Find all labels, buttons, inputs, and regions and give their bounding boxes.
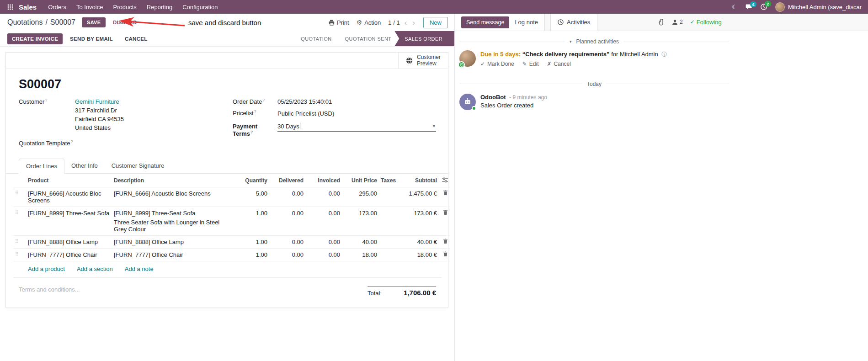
user-avatar [775, 2, 785, 12]
log-note-button[interactable]: Log note [515, 19, 538, 26]
apps-menu-button[interactable] [5, 4, 16, 10]
cell-quantity[interactable]: 5.00 [234, 187, 269, 207]
top-navbar: Sales Orders To Invoice Products Reporti… [0, 0, 868, 14]
cell-unit-price[interactable]: 173.00 [342, 207, 379, 235]
breadcrumb-separator: / [45, 18, 47, 27]
delete-line-button[interactable] [443, 239, 448, 244]
dark-mode-icon[interactable]: ☾ [732, 4, 737, 11]
discard-button[interactable]: DISCARD [109, 17, 140, 27]
send-message-button[interactable]: Send message [461, 16, 509, 28]
cell-product[interactable]: [FURN_6666] Acoustic Bloc Screens [26, 187, 112, 207]
send-by-email-button[interactable]: SEND BY EMAIL [65, 33, 117, 44]
cell-product[interactable]: [FURN_8999] Three-Seat Sofa [26, 207, 112, 235]
cell-description[interactable]: [FURN_7777] Office Chair [112, 248, 234, 261]
new-button[interactable]: New [423, 17, 448, 28]
cell-quantity[interactable]: 1.00 [234, 207, 269, 235]
status-step-sales-order[interactable]: SALES ORDER [394, 31, 454, 46]
attachments-button[interactable] [659, 19, 665, 26]
menu-configuration[interactable]: Configuration [177, 1, 223, 13]
tab-customer-signature[interactable]: Customer Signature [105, 159, 171, 174]
cell-unit-price[interactable]: 18.00 [342, 248, 379, 261]
customer-preview-button[interactable]: Customer Preview [398, 53, 448, 69]
pager-next-icon[interactable]: › [411, 19, 416, 27]
cell-description[interactable]: [FURN_8999] Three-Seat Sofa Three Seater… [112, 207, 234, 235]
pricelist-field[interactable]: Public Pricelist (USD) [277, 110, 334, 117]
terms-and-conditions-field[interactable]: Terms and conditions... [19, 286, 80, 293]
cell-quantity[interactable]: 1.00 [234, 235, 269, 248]
customer-label: Customer? [19, 98, 75, 105]
edit-activity-button[interactable]: ✎Edit [522, 61, 539, 67]
status-step-quotation[interactable]: QUOTATION [291, 31, 339, 46]
payment-terms-input[interactable]: 30 Days ▼ [277, 123, 436, 132]
drag-handle-icon[interactable]: ⠿ [13, 207, 26, 235]
menu-products[interactable]: Products [108, 1, 141, 13]
cell-description[interactable]: [FURN_8888] Office Lamp [112, 235, 234, 248]
add-a-product-link[interactable]: Add a product [28, 265, 65, 272]
customer-link[interactable]: Gemini Furniture [75, 98, 124, 105]
activity-clock-badge-icon [458, 61, 465, 68]
breadcrumb-quotations[interactable]: Quotations [7, 18, 43, 27]
activity-actions: ✓Mark Done ✎Edit ✗Cancel [480, 61, 667, 67]
tab-other-info[interactable]: Other Info [64, 159, 105, 174]
cell-taxes[interactable] [379, 235, 399, 248]
messages-button[interactable]: 4 [746, 4, 752, 10]
delete-line-button[interactable] [443, 190, 448, 196]
tab-order-lines[interactable]: Order Lines [19, 159, 64, 174]
following-button[interactable]: ✓ Following [690, 19, 722, 26]
app-root: Sales Orders To Invoice Products Reporti… [0, 0, 868, 361]
cell-subtotal: 1,475.00 € [399, 187, 439, 207]
pager-previous-icon[interactable]: ‹ [404, 19, 408, 27]
cell-delivered: 0.00 [269, 207, 305, 235]
activities-button[interactable]: 2 [761, 4, 767, 10]
save-button[interactable]: SAVE [82, 17, 106, 27]
activities-tab[interactable]: Activities [550, 14, 597, 31]
field-group-right: Order Date? 05/25/2023 15:40:01 Pricelis… [233, 98, 436, 151]
activity-summary: “Check delivery requirements” [522, 51, 610, 58]
cell-description[interactable]: [FURN_6666] Acoustic Bloc Screens [112, 187, 234, 207]
planned-activities-header[interactable]: ▾ Planned activities [459, 38, 729, 45]
print-button[interactable]: Print [329, 19, 349, 26]
optional-columns-button[interactable] [439, 174, 450, 187]
cell-product[interactable]: [FURN_8888] Office Lamp [26, 235, 112, 248]
col-product: Product [26, 174, 112, 187]
followers-button[interactable]: 2 [672, 19, 683, 25]
record-title: S00007 [19, 77, 448, 91]
statusbar: CREATE INVOICE SEND BY EMAIL CANCEL QUOT… [0, 31, 454, 47]
cell-subtotal: 18.00 € [399, 248, 439, 261]
action-button[interactable]: ⚙ Action [357, 19, 381, 26]
cell-quantity[interactable]: 1.00 [234, 248, 269, 261]
cell-unit-price[interactable]: 40.00 [342, 235, 379, 248]
cell-taxes[interactable] [379, 248, 399, 261]
total-box: Total: 1,706.00 € [367, 286, 436, 297]
add-a-note-link[interactable]: Add a note [125, 265, 154, 272]
cell-unit-price[interactable]: 295.00 [342, 187, 379, 207]
menu-reporting[interactable]: Reporting [142, 1, 177, 13]
cancel-activity-button[interactable]: ✗Cancel [547, 61, 571, 67]
globe-icon [406, 57, 413, 64]
mark-done-button[interactable]: ✓Mark Done [480, 61, 514, 67]
cell-product[interactable]: [FURN_7777] Office Chair [26, 248, 112, 261]
cell-taxes[interactable] [379, 187, 399, 207]
create-invoice-button[interactable]: CREATE INVOICE [7, 33, 63, 44]
menu-orders[interactable]: Orders [43, 1, 71, 13]
dropdown-caret-icon[interactable]: ▼ [432, 124, 436, 128]
form-view-column: Quotations / S00007 SAVE DISCARD save an… [0, 14, 455, 361]
user-menu[interactable]: Mitchell Admin (save_discar [775, 2, 862, 12]
delete-line-button[interactable] [443, 210, 448, 215]
menu-to-invoice[interactable]: To Invoice [71, 1, 108, 13]
gear-icon: ⚙ [357, 19, 362, 26]
message-body: Sales Order created [480, 102, 547, 109]
line-add-links: Add a product Add a section Add a note [13, 261, 442, 278]
drag-handle-icon[interactable]: ⠿ [13, 235, 26, 248]
cell-taxes[interactable] [379, 207, 399, 235]
add-a-section-link[interactable]: Add a section [77, 265, 113, 272]
message-author[interactable]: OdooBot [480, 94, 506, 101]
cancel-button[interactable]: CANCEL [120, 33, 152, 44]
delete-line-button[interactable] [443, 251, 448, 257]
drag-handle-icon[interactable]: ⠿ [13, 187, 26, 207]
drag-handle-icon[interactable]: ⠿ [13, 248, 26, 261]
app-brand[interactable]: Sales [19, 3, 37, 11]
order-date-field[interactable]: 05/25/2023 15:40:01 [277, 98, 332, 105]
info-icon[interactable]: ⓘ [661, 51, 667, 58]
status-step-quotation-sent[interactable]: QUOTATION SENT [335, 31, 399, 46]
